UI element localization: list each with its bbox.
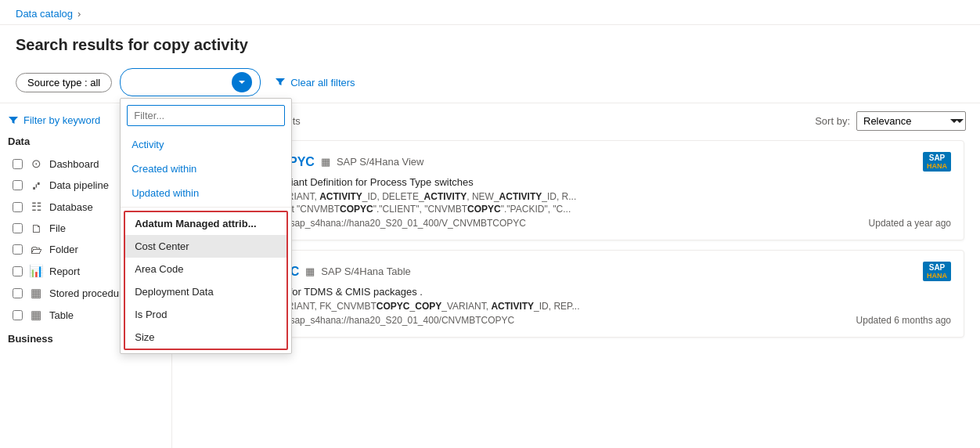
table-label: Table [49,309,74,321]
result-2-footer: Fully qualified name: sap_s4hana://hana2… [201,315,951,326]
result-2-type-icon: ▦ [305,266,315,277]
result-2-type-label: SAP S/4Hana Table [321,266,410,277]
filter-keyword-label: Filter by keyword [23,114,100,126]
database-checkbox[interactable] [13,202,23,212]
report-checkbox[interactable] [13,266,23,276]
clear-filters-button[interactable]: Clear all filters [268,74,361,92]
dropdown-item-updated-within[interactable]: Updated within [121,181,291,205]
result-1-description: MBT PCL Copy Variant Definition for Proc… [201,176,951,188]
sort-select[interactable]: Relevance Name A-Z Name Z-A Recently upd… [856,111,966,131]
dropdown-trigger[interactable] [120,68,261,96]
file-checkbox[interactable] [13,223,23,233]
hana-label-1: HANA [927,162,947,170]
filter-sidebar-icon [8,115,19,126]
result-1-updated: Updated a year ago [869,218,951,229]
managed-item-cost-center[interactable]: Cost Center [125,235,286,258]
managed-item-size[interactable]: Size [125,326,286,349]
dashboard-label: Dashboard [49,158,99,170]
filter-input[interactable] [127,105,285,126]
result-1-type-icon: ▦ [321,156,330,168]
results-area: 1-25 out of 44946 results Sort by: Relev… [172,103,980,448]
sap-label-2: SAP [929,263,946,272]
result-2-description: Copy Control Data for TDMS & CMIS packag… [201,286,951,298]
breadcrumb: Data catalog › [0,0,980,25]
result-card-1: V_CNVMBTCOPYC ▦ SAP S/4Hana View SAP HAN… [188,140,964,240]
table-checkbox[interactable] [13,310,23,320]
result-card-1-header: V_CNVMBTCOPYC ▦ SAP S/4Hana View SAP HAN… [201,152,951,172]
dashboard-icon: ⊙ [29,157,43,171]
breadcrumb-link[interactable]: Data catalog [16,8,73,20]
dropdown-panel: Activity Created within Updated within A… [120,98,292,354]
stored-procedure-checkbox[interactable] [13,288,23,298]
result-2-columns-meta: Columns: COPY_VARIANT, FK_CNVMBTCOPYC_CO… [201,301,951,312]
result-card-2: CNVMBTCOPYC ▦ SAP S/4Hana Table SAP HANA… [188,250,964,338]
hana-label-2: HANA [927,272,947,280]
dropdown-wrapper: Activity Created within Updated within A… [120,68,261,96]
database-label: Database [49,201,93,213]
folder-checkbox[interactable] [13,244,23,255]
report-icon: 📊 [29,264,43,278]
clear-filters-label: Clear all filters [290,77,355,89]
managed-item-area-code[interactable]: Area Code [125,258,286,280]
database-icon: ☷ [29,200,43,214]
result-2-updated: Updated 6 months ago [856,315,951,326]
result-1-type-label: SAP S/4Hana View [337,156,424,168]
stored-procedure-label: Stored procedure [49,287,128,299]
data-pipeline-checkbox[interactable] [13,180,23,190]
folder-label: Folder [49,244,78,255]
results-summary-bar: 1-25 out of 44946 results Sort by: Relev… [188,111,964,131]
report-label: Report [49,266,80,277]
dropdown-item-activity[interactable]: Activity [121,132,291,157]
sap-badge-1: SAP HANA [923,152,951,172]
data-pipeline-label: Data pipeline [49,179,109,191]
dropdown-item-created-within[interactable]: Created within [121,157,291,181]
sort-by-area: Sort by: Relevance Name A-Z Name Z-A Rec… [815,111,964,131]
result-1-view-meta: viewStatement: Select "CNVMBTCOPYC"."CLI… [201,204,951,215]
data-pipeline-icon: ⑇ [29,179,43,192]
stored-procedure-icon: ▦ [29,286,43,300]
sap-badge-2: SAP HANA [923,262,951,281]
folder-icon: 🗁 [29,243,43,256]
table-icon: ▦ [29,308,43,322]
dashboard-checkbox[interactable] [13,159,23,169]
sap-label-1: SAP [929,154,946,162]
managed-item-deployment-data[interactable]: Deployment Data [125,280,286,303]
managed-section: Adatum Managed attrib... Cost Center Are… [124,211,288,350]
filter-icon [275,77,286,88]
file-icon: 🗋 [29,222,43,235]
result-1-footer: Fully qualified name: sap_s4hana://hana2… [201,218,951,229]
file-label: File [49,222,66,234]
filters-bar: Source type : all Activity Created withi… [0,62,980,103]
source-type-chip[interactable]: Source type : all [16,73,112,92]
result-1-columns-meta: Columns: COPY_VARIANT, ACTIVITY_ID, DELE… [201,191,951,202]
chevron-down-button[interactable] [232,72,252,92]
dropdown-divider [121,207,291,208]
result-card-2-header: CNVMBTCOPYC ▦ SAP S/4Hana Table SAP HANA [201,262,951,281]
page-title: Search results for copy activity [0,25,980,62]
sort-by-label: Sort by: [815,115,850,127]
breadcrumb-separator: › [77,8,81,20]
chevron-down-icon [238,78,246,86]
managed-item-is-prod[interactable]: Is Prod [125,303,286,326]
managed-section-title[interactable]: Adatum Managed attrib... [125,212,286,235]
